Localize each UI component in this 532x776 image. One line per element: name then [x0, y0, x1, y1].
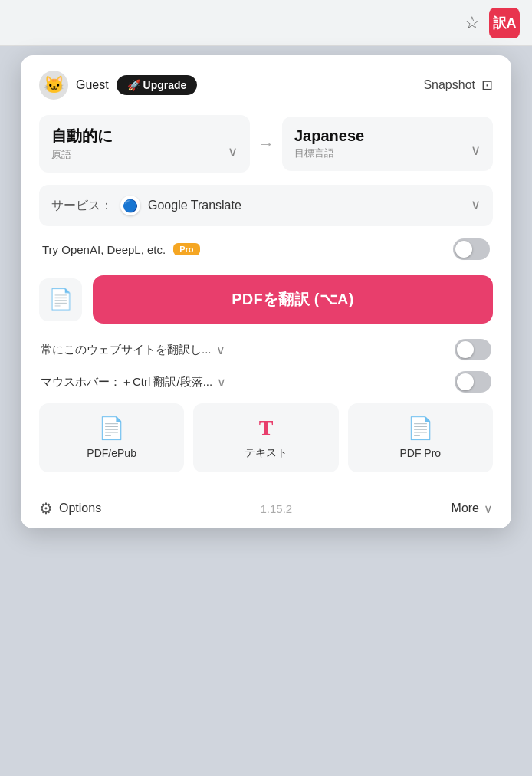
openai-toggle[interactable] — [453, 238, 490, 260]
always-translate-label: 常にこのウェブサイトを翻訳し... — [41, 343, 212, 357]
always-translate-chevron-icon[interactable]: ∨ — [216, 343, 225, 357]
hover-translate-row: マウスホバー：＋Ctrl 翻訳/段落... ∨ — [39, 371, 493, 393]
snapshot-icon: ⊡ — [481, 77, 493, 94]
translate-extension-icon[interactable]: 訳A — [489, 8, 520, 38]
tool-card-pdf-epub[interactable]: 📄 PDF/ePub — [39, 403, 184, 472]
user-section: 🐱 Guest 🚀 Upgrade — [39, 71, 197, 100]
avatar: 🐱 — [39, 71, 68, 100]
hover-translate-label: マウスホバー：＋Ctrl 翻訳/段落... — [41, 375, 212, 390]
source-chevron-icon: ∨ — [228, 143, 238, 160]
text-icon: T — [259, 416, 274, 440]
source-language-selector[interactable]: 自動的に 原語 ∨ — [39, 115, 250, 173]
target-chevron-icon: ∨ — [471, 142, 481, 159]
more-chevron-icon: ∨ — [484, 501, 493, 516]
google-translate-icon: 🔵 — [120, 196, 140, 215]
translate-section: 📄 PDFを翻訳 (⌥A) — [39, 275, 493, 324]
service-name: Google Translate — [148, 199, 241, 212]
always-translate-toggle[interactable] — [455, 339, 491, 360]
openai-label: Try OpenAI, DeepL, etc. — [42, 243, 166, 256]
pdf-epub-icon: 📄 — [98, 416, 125, 441]
upgrade-button[interactable]: 🚀 Upgrade — [117, 75, 198, 95]
pdf-pro-icon: 📄 — [407, 416, 434, 441]
service-prefix: サービス： — [51, 198, 113, 214]
target-language-sub: 目標言語 — [294, 146, 364, 160]
hover-translate-chevron-icon[interactable]: ∨ — [217, 375, 226, 390]
source-language-name: 自動的に — [51, 126, 113, 146]
snapshot-label: Snapshot — [423, 78, 475, 92]
extension-popup: 🐱 Guest 🚀 Upgrade Snapshot ⊡ 自動的に 原語 ∨ →… — [21, 55, 511, 528]
service-chevron-icon: ∨ — [471, 196, 481, 213]
pdf-pro-label: PDF Pro — [399, 447, 441, 459]
language-row: 自動的に 原語 ∨ → Japanese 目標言語 ∨ — [39, 115, 493, 173]
browser-bar: ☆ 訳A — [0, 0, 532, 46]
footer: ⚙ Options 1.15.2 More ∨ — [21, 488, 511, 528]
more-label: More — [452, 501, 479, 515]
tools-row: 📄 PDF/ePub T テキスト 📄 PDF Pro — [39, 403, 493, 488]
gear-icon: ⚙ — [39, 499, 53, 518]
target-language-selector[interactable]: Japanese 目標言語 ∨ — [282, 117, 493, 171]
text-label: テキスト — [245, 446, 287, 460]
target-language-name: Japanese — [294, 127, 364, 145]
openai-row: Try OpenAI, DeepL, etc. Pro — [39, 238, 493, 260]
pdf-translate-icon: 📄 — [39, 278, 82, 321]
version-label: 1.15.2 — [260, 502, 292, 515]
options-button[interactable]: ⚙ Options — [39, 499, 101, 518]
pdf-translate-button[interactable]: PDFを翻訳 (⌥A) — [93, 275, 493, 324]
tool-card-text[interactable]: T テキスト — [193, 403, 338, 472]
options-label: Options — [59, 501, 101, 515]
pdf-epub-label: PDF/ePub — [87, 447, 136, 459]
arrow-separator: → — [258, 134, 274, 154]
guest-label: Guest — [76, 78, 109, 92]
service-selector[interactable]: サービス： 🔵 Google Translate ∨ — [39, 185, 493, 226]
bookmark-icon[interactable]: ☆ — [465, 13, 480, 33]
always-translate-row: 常にこのウェブサイトを翻訳し... ∨ — [39, 339, 493, 360]
more-button[interactable]: More ∨ — [452, 501, 493, 516]
hover-translate-toggle[interactable] — [455, 371, 491, 393]
header-row: 🐱 Guest 🚀 Upgrade Snapshot ⊡ — [39, 71, 493, 100]
snapshot-button[interactable]: Snapshot ⊡ — [423, 77, 493, 94]
tool-card-pdf-pro[interactable]: 📄 PDF Pro — [348, 403, 493, 472]
pro-badge: Pro — [173, 243, 199, 255]
source-language-sub: 原語 — [51, 148, 113, 162]
